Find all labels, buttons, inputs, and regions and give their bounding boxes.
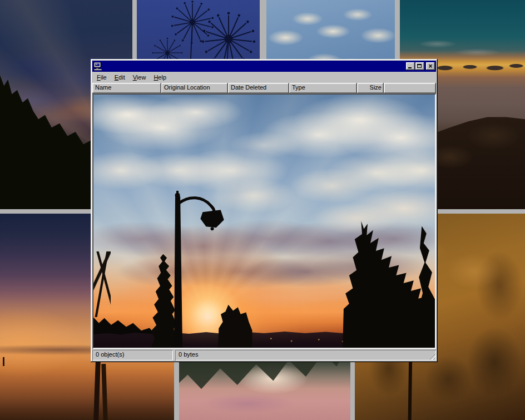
menu-bar: File Edit View Help (92, 72, 436, 83)
lamppost-silhouette (174, 191, 227, 348)
menu-file[interactable]: File (93, 73, 111, 82)
menu-view[interactable]: View (129, 73, 150, 82)
maximize-icon (417, 64, 422, 68)
status-object-count: 0 object(s) (92, 350, 173, 360)
column-header-blank[interactable] (384, 83, 436, 93)
status-size: 0 bytes (175, 350, 436, 360)
water-pole-silhouette (3, 357, 4, 366)
minimize-button[interactable] (406, 62, 415, 70)
computer-icon[interactable] (93, 62, 102, 71)
sunset-lamppost-photo (93, 95, 435, 348)
column-header-date-deleted[interactable]: Date Deleted (228, 83, 289, 93)
desktop: × File Edit View Help Name Original Loca… (0, 0, 525, 420)
column-header-original-location[interactable]: Original Location (161, 83, 228, 93)
column-header-type[interactable]: Type (289, 83, 357, 93)
resize-grip[interactable] (428, 353, 435, 360)
menu-edit[interactable]: Edit (111, 73, 129, 82)
column-header-size[interactable]: Size (357, 83, 384, 93)
menu-help[interactable]: Help (150, 73, 170, 82)
water-pole-silhouette (101, 364, 108, 420)
status-bar: 0 object(s) 0 bytes (92, 350, 436, 360)
branch-silhouette (93, 251, 111, 317)
recycle-bin-window: × File Edit View Help Name Original Loca… (91, 59, 438, 362)
water-pole-silhouette (93, 360, 101, 420)
title-bar[interactable]: × (92, 61, 436, 72)
column-header-name[interactable]: Name (92, 83, 161, 93)
close-icon: × (428, 63, 432, 69)
maximize-button[interactable] (415, 62, 424, 70)
status-size-text: 0 bytes (179, 351, 198, 358)
close-button[interactable]: × (426, 62, 435, 70)
file-list-area[interactable] (92, 93, 436, 349)
column-header-row: Name Original Location Date Deleted Type… (92, 83, 436, 93)
minimize-icon (408, 67, 412, 68)
